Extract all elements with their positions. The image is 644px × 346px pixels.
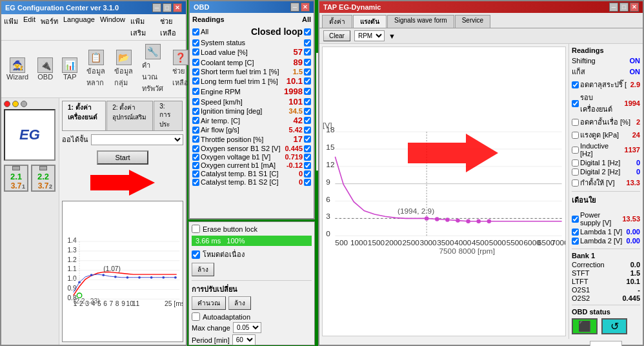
tap-maximize[interactable]: □	[619, 3, 629, 12]
data1-button[interactable]: 📋 ข้อมูลหลาก	[84, 48, 108, 90]
speed-label: Speed [km/h]	[201, 98, 282, 106]
tap-minimize[interactable]: ─	[609, 3, 618, 12]
svg-text:15: 15	[326, 143, 335, 152]
tab-service[interactable]: Service	[455, 15, 490, 28]
digital1-chk[interactable]	[572, 159, 579, 167]
start-button[interactable]: Start	[97, 150, 148, 165]
power-chk[interactable]	[572, 179, 579, 187]
bank-section: Bank 1 Correction 0.0 STFT 1.5 LTFT 10.1…	[572, 249, 640, 302]
air-temp-chk[interactable]	[192, 117, 199, 124]
period-select[interactable]: 60	[232, 334, 256, 345]
cat1-chk2[interactable]	[304, 170, 311, 178]
tab-3[interactable]: 3: การประ	[154, 101, 183, 130]
long-fuel-chk2[interactable]	[304, 77, 311, 85]
calc-button[interactable]: 🔧 คำนวณทรัพวัศ	[139, 43, 166, 96]
obd-status-icon-2[interactable]: ↺	[601, 318, 627, 334]
ignition-chk[interactable]	[192, 108, 199, 115]
all-checkbox[interactable]	[192, 28, 199, 36]
o2s-chk2[interactable]	[304, 145, 311, 152]
maximize-button[interactable]: □	[163, 3, 172, 12]
air-flow-chk2[interactable]	[304, 127, 311, 134]
tab-pressure[interactable]: แรงดัน	[353, 15, 387, 28]
tab-2[interactable]: 2: ตั้งค่าอุปกรณ์เสริม	[106, 101, 153, 130]
menu-language[interactable]: Language	[63, 15, 95, 39]
rpm-select[interactable]: RPM	[354, 30, 385, 41]
close-button[interactable]: ✕	[173, 3, 182, 12]
speed-chk[interactable]	[192, 98, 199, 105]
coolant-chk2[interactable]	[304, 59, 311, 66]
auto-save-chk[interactable]	[192, 250, 200, 259]
cat2-chk2[interactable]	[304, 179, 311, 186]
clear-btn2[interactable]: ล้าง	[228, 296, 251, 310]
air-flow-label: Air flow [g/s]	[201, 126, 282, 134]
obd-close[interactable]: ✕	[301, 3, 310, 12]
obd-minimize[interactable]: ─	[290, 3, 299, 12]
tap-close[interactable]: ✕	[630, 3, 639, 12]
tap-button[interactable]: 📊 TAP	[59, 56, 80, 82]
menu-edit[interactable]: Edit	[23, 15, 35, 39]
coolant-chk[interactable]	[192, 59, 199, 66]
cat2-chk[interactable]	[192, 179, 199, 186]
data2-button[interactable]: 📂 ข้อมูลกลุ่ม	[112, 48, 136, 90]
rpm-reading-chk[interactable]	[572, 100, 579, 107]
system-status-chk2[interactable]	[304, 39, 311, 46]
o2v-chk[interactable]	[192, 154, 199, 161]
lambda2-chk[interactable]	[572, 238, 579, 245]
svg-point-35	[162, 276, 165, 279]
obd-button[interactable]: 🔌 OBD	[35, 56, 55, 82]
rpm-chk[interactable]	[192, 88, 199, 95]
tab-signals[interactable]: Signals wave form	[387, 15, 454, 28]
tab-settings[interactable]: ตั้งค่า	[322, 15, 352, 28]
menu-port[interactable]: พอร์ท	[41, 15, 58, 39]
inductive-chk[interactable]	[572, 147, 579, 154]
short-fuel-chk2[interactable]	[304, 68, 311, 76]
o2c-chk2[interactable]	[304, 162, 311, 169]
minimize-button[interactable]: ─	[152, 3, 161, 12]
load-chk2[interactable]	[304, 48, 311, 56]
accel-val: 2	[636, 118, 640, 126]
vacuum-chk[interactable]	[572, 132, 579, 139]
power-supply-chk[interactable]	[572, 216, 579, 223]
dropdown-select[interactable]	[91, 134, 183, 145]
readings-label: Readings	[192, 15, 225, 23]
svg-text:1.2: 1.2	[67, 256, 77, 263]
load-chk[interactable]	[192, 48, 199, 56]
speed-chk2[interactable]	[304, 98, 311, 105]
accel-chk[interactable]	[572, 119, 579, 126]
menu-extra[interactable]: แฟ้มเสริม	[130, 15, 155, 39]
obd-status-icon-1[interactable]: ⬛	[572, 318, 598, 334]
tab-1[interactable]: 1: ตั้งค่าเครื่องยนต์	[62, 101, 106, 130]
o2v-chk2[interactable]	[304, 154, 311, 161]
pressure-chk[interactable]	[572, 81, 579, 88]
system-status-chk[interactable]	[192, 39, 199, 46]
o2s-chk[interactable]	[192, 145, 199, 152]
cat1-chk[interactable]	[192, 170, 199, 178]
clear-data-btn[interactable]: ล้าง	[192, 263, 214, 276]
all-checkbox-2[interactable]	[304, 28, 311, 36]
calc-btn[interactable]: คำนวณ	[192, 296, 226, 310]
svg-point-81	[487, 219, 491, 223]
air-flow-row: Air flow [g/s] 5.42	[192, 126, 311, 134]
autoadaptation-chk[interactable]	[192, 312, 200, 321]
air-temp-chk2[interactable]	[304, 117, 311, 124]
air-flow-chk[interactable]	[192, 127, 199, 134]
erase-checkbox[interactable]	[192, 225, 200, 233]
lambda1-chk[interactable]	[572, 229, 579, 236]
menu-help[interactable]: ช่วยเหลือ	[160, 15, 183, 39]
ignition-chk2[interactable]	[304, 108, 311, 115]
wizard-button[interactable]: 🧙 Wizard	[4, 56, 31, 82]
o2c-chk[interactable]	[192, 162, 199, 169]
throttle-chk2[interactable]	[304, 136, 311, 143]
maxchange-select[interactable]: 0.05	[233, 322, 261, 333]
menu-file[interactable]: แฟ้ม	[4, 15, 18, 39]
inj-top-1	[12, 166, 20, 170]
menu-window[interactable]: Window	[100, 15, 125, 39]
wizard-icon: 🧙	[10, 57, 25, 73]
throttle-chk[interactable]	[192, 136, 199, 143]
short-fuel-chk[interactable]	[192, 68, 199, 76]
long-fuel-val: 10.1	[283, 76, 303, 86]
rpm-chk2[interactable]	[304, 88, 311, 95]
digital2-chk[interactable]	[572, 168, 579, 176]
long-fuel-chk[interactable]	[192, 77, 199, 85]
tap-clear-btn[interactable]: Clear	[323, 30, 350, 41]
